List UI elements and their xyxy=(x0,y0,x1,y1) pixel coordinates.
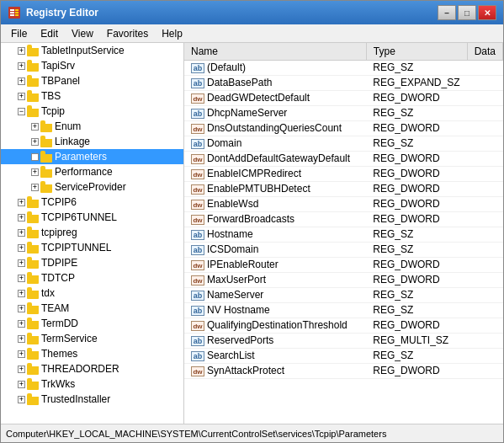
expand-icon[interactable]: + xyxy=(18,244,25,252)
table-row[interactable]: abICSDomainREG_SZ xyxy=(184,242,503,257)
expand-icon[interactable]: + xyxy=(18,396,25,403)
table-row[interactable]: abNameServerREG_SZ xyxy=(184,287,503,302)
table-row[interactable]: dwEnableWsdREG_DWORD xyxy=(184,196,503,211)
menu-edit[interactable]: Edit xyxy=(34,26,65,41)
expand-icon[interactable]: + xyxy=(31,138,39,146)
tree-item-TermService[interactable]: +TermService xyxy=(1,331,183,346)
tree-item-TEAM[interactable]: +TEAM xyxy=(1,301,183,316)
tree-item-TrustedInstaller[interactable]: +TrustedInstaller xyxy=(1,392,183,407)
tree-item-label: Parameters xyxy=(55,151,107,163)
table-row[interactable]: dwForwardBroadcastsREG_DWORD xyxy=(184,211,503,227)
tree-item-TCPIP6[interactable]: +TCPIP6 xyxy=(1,195,183,210)
table-row[interactable]: dwDnsOutstandingQueriesCountREG_DWORD xyxy=(184,120,503,136)
table-row[interactable]: abDhcpNameServerREG_SZ xyxy=(184,105,503,120)
tree-item-tdx[interactable]: +tdx xyxy=(1,286,183,301)
table-row[interactable]: abNV HostnameREG_SZ xyxy=(184,302,503,318)
tree-item-Enum[interactable]: +Enum xyxy=(1,119,183,134)
table-row[interactable]: abDataBasePathREG_EXPAND_SZ xyxy=(184,75,503,90)
expand-icon[interactable]: + xyxy=(18,229,25,237)
reg-type-cell: REG_DWORD xyxy=(366,166,467,181)
svg-rect-2 xyxy=(10,12,14,13)
reg-name-cell: dwForwardBroadcasts xyxy=(184,211,366,227)
tree-item-TrkWks[interactable]: +TrkWks xyxy=(1,376,183,392)
expand-icon[interactable]: + xyxy=(18,77,25,85)
reg-dword-icon: dw xyxy=(191,184,204,195)
folder-icon xyxy=(26,393,40,405)
table-row[interactable]: abHostnameREG_SZ xyxy=(184,227,503,242)
tree-item-Parameters[interactable]: +Parameters xyxy=(1,149,183,164)
tree-item-TDPIPE[interactable]: +TDPIPE xyxy=(1,255,183,270)
tree-item-TBS[interactable]: +TBS xyxy=(1,88,183,104)
folder-icon xyxy=(26,60,40,72)
folder-icon xyxy=(26,45,40,56)
tree-item-Linkage[interactable]: +Linkage xyxy=(1,134,183,149)
table-row[interactable]: abDomainREG_SZ xyxy=(184,136,503,151)
tree-item-TBPanel[interactable]: +TBPanel xyxy=(1,73,183,88)
reg-string-icon: ab xyxy=(191,139,204,149)
tree-item-tcpipreg[interactable]: +tcpipreg xyxy=(1,225,183,240)
tree-item-label: Linkage xyxy=(55,136,90,147)
tree-item-THREADORDER[interactable]: +THREADORDER xyxy=(1,361,183,376)
tree-item-TDTCP[interactable]: +TDTCP xyxy=(1,270,183,286)
reg-name-text: DhcpNameServer xyxy=(207,107,287,119)
expand-icon[interactable]: + xyxy=(18,350,25,358)
expand-icon[interactable]: + xyxy=(18,275,25,282)
expand-icon[interactable]: + xyxy=(18,381,25,388)
reg-type-cell: REG_SZ xyxy=(366,227,467,242)
expand-icon[interactable]: + xyxy=(18,366,25,373)
svg-rect-3 xyxy=(10,14,14,16)
menu-help[interactable]: Help xyxy=(155,26,189,41)
folder-icon xyxy=(26,378,40,390)
menubar: File Edit View Favorites Help xyxy=(1,24,503,43)
table-row[interactable]: abReservedPortsREG_MULTI_SZ xyxy=(184,333,503,348)
expand-icon[interactable]: + xyxy=(18,290,25,297)
expand-icon[interactable]: + xyxy=(31,168,39,176)
expand-icon[interactable]: + xyxy=(18,62,25,70)
tree-item-TabletInputService[interactable]: +TabletInputService xyxy=(1,43,183,58)
folder-icon xyxy=(40,181,53,193)
maximize-button[interactable]: □ xyxy=(458,5,476,20)
expand-icon[interactable]: + xyxy=(18,335,25,343)
table-row[interactable]: dwIPEnableRouterREG_DWORD xyxy=(184,257,503,272)
table-row[interactable]: ab(Default)REG_SZ xyxy=(184,60,503,75)
collapse-icon[interactable]: − xyxy=(18,108,25,115)
tree-item-Themes[interactable]: +Themes xyxy=(1,346,183,361)
expand-icon[interactable]: + xyxy=(18,259,25,267)
tree-item-TermDD[interactable]: +TermDD xyxy=(1,316,183,331)
menu-file[interactable]: File xyxy=(4,26,34,41)
tree-item-TCPIPTUNNEL[interactable]: +TCPIPTUNNEL xyxy=(1,240,183,255)
table-row[interactable]: dwSynAttackProtectREG_DWORD xyxy=(184,363,503,378)
expand-icon[interactable]: + xyxy=(18,305,25,312)
tree-item-Performance[interactable]: +Performance xyxy=(1,164,183,179)
table-row[interactable]: dwEnablePMTUBHDetectREG_DWORD xyxy=(184,181,503,196)
expand-icon[interactable]: + xyxy=(31,184,39,191)
reg-name-cell: abReservedPorts xyxy=(184,333,366,348)
registry-values-pane[interactable]: Name Type Data ab(Default)REG_SZabDataBa… xyxy=(184,43,503,424)
table-row[interactable]: dwDeadGWDetectDefaultREG_DWORD xyxy=(184,90,503,105)
folder-icon xyxy=(26,333,40,344)
reg-data-cell xyxy=(467,60,502,75)
table-row[interactable]: dwQualifyingDestinationThresholdREG_DWOR… xyxy=(184,318,503,333)
tree-item-ServiceProvider[interactable]: +ServiceProvider xyxy=(1,179,183,195)
expand-icon[interactable]: + xyxy=(31,153,39,161)
menu-view[interactable]: View xyxy=(65,26,100,41)
table-row[interactable]: dwMaxUserPortREG_DWORD xyxy=(184,272,503,287)
table-row[interactable]: dwDontAddDefaultGatewayDefaultREG_DWORD xyxy=(184,151,503,166)
folder-icon xyxy=(26,318,40,329)
tree-item-Tcpip[interactable]: −Tcpip xyxy=(1,104,183,119)
expand-icon[interactable]: + xyxy=(18,320,25,328)
menu-favorites[interactable]: Favorites xyxy=(100,26,155,41)
table-row[interactable]: dwEnableICMPRedirectREG_DWORD xyxy=(184,166,503,181)
expand-icon[interactable]: + xyxy=(18,47,25,55)
close-button[interactable]: ✕ xyxy=(478,5,496,20)
tree-item-TCPIP6TUNNEL[interactable]: +TCPIP6TUNNEL xyxy=(1,210,183,225)
minimize-button[interactable]: – xyxy=(438,5,456,20)
table-row[interactable]: abSearchListREG_SZ xyxy=(184,348,503,363)
expand-icon[interactable]: + xyxy=(18,93,25,100)
tree-pane[interactable]: +TabletInputService+TapiSrv+TBPanel+TBS−… xyxy=(1,43,184,424)
expand-icon[interactable]: + xyxy=(18,199,25,206)
tree-item-TapiSrv[interactable]: +TapiSrv xyxy=(1,58,183,73)
reg-type-cell: REG_SZ xyxy=(366,105,467,120)
expand-icon[interactable]: + xyxy=(31,123,39,131)
expand-icon[interactable]: + xyxy=(18,214,25,222)
